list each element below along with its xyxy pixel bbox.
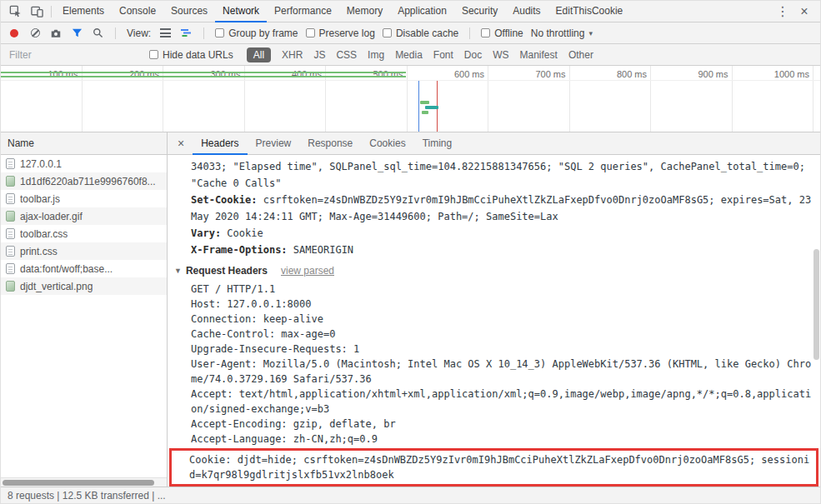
hide-data-urls-label: Hide data URLs xyxy=(163,49,233,61)
divider xyxy=(51,6,52,17)
capture-screenshots-icon[interactable] xyxy=(49,27,63,40)
request-row-toolbar.css[interactable]: toolbar.css xyxy=(1,225,167,242)
response-header-vary: Vary: Cookie xyxy=(191,225,812,242)
request-row-127.0.0.1[interactable]: 127.0.0.1 xyxy=(1,155,167,172)
inspect-element-icon[interactable] xyxy=(4,1,26,22)
search-icon[interactable] xyxy=(91,27,104,40)
stylesheet-file-icon xyxy=(6,228,15,239)
scrollbar-thumb[interactable] xyxy=(3,480,154,486)
type-filter-ws[interactable]: WS xyxy=(493,49,508,61)
header-value: Cookie xyxy=(227,227,263,239)
tab-console[interactable]: Console xyxy=(112,1,163,22)
type-filter-media[interactable]: Media xyxy=(395,49,423,61)
type-filter-other[interactable]: Other xyxy=(568,49,593,61)
font-file-icon xyxy=(6,263,15,274)
close-details-icon[interactable]: × xyxy=(168,137,193,150)
offline-checkbox[interactable]: Offline xyxy=(481,27,523,39)
hide-data-urls-checkbox[interactable]: Hide data URLs xyxy=(149,49,233,61)
device-toolbar-icon[interactable] xyxy=(26,1,48,22)
checkbox-icon xyxy=(215,28,224,37)
disable-cache-checkbox[interactable]: Disable cache xyxy=(383,27,458,39)
request-row-1d1df6220ab711e9996760f8[interactable]: 1d1df6220ab711e9996760f8... xyxy=(1,172,167,190)
record-network-log-button[interactable] xyxy=(8,27,21,40)
script-file-icon xyxy=(6,193,15,204)
divider xyxy=(115,27,116,39)
tab-cookies[interactable]: Cookies xyxy=(361,132,413,155)
clear-network-log-button[interactable] xyxy=(28,27,42,40)
status-bar: 8 requests | 12.5 KB transferred | ... xyxy=(1,487,820,503)
document-file-icon xyxy=(6,158,15,169)
request-row-data-font-woff[interactable]: data:font/woff;base... xyxy=(1,260,167,277)
type-filter-js[interactable]: JS xyxy=(313,49,325,61)
timeline-gridline: 900 ms xyxy=(651,66,733,132)
header-name: X-Frame-Options: xyxy=(191,244,288,256)
tab-network[interactable]: Network xyxy=(215,1,267,22)
preserve-log-checkbox[interactable]: Preserve log xyxy=(306,27,375,39)
tab-memory[interactable]: Memory xyxy=(339,1,390,22)
request-rows: 127.0.0.1 1d1df6220ab711e9996760f8... to… xyxy=(1,155,167,487)
tab-sources[interactable]: Sources xyxy=(163,1,215,22)
tab-timing[interactable]: Timing xyxy=(414,132,461,155)
tab-editthiscookie[interactable]: EditThisCookie xyxy=(548,1,631,22)
tab-response[interactable]: Response xyxy=(299,132,361,155)
timeline-gridline: 700 ms xyxy=(488,66,570,132)
network-main-area: Name 127.0.0.1 1d1df6220ab711e9996760f8.… xyxy=(1,132,820,487)
type-filter-img[interactable]: Img xyxy=(368,49,384,61)
throttling-dropdown[interactable]: No throttling▾ xyxy=(531,27,593,39)
type-filter-font[interactable]: Font xyxy=(433,49,453,61)
tab-security[interactable]: Security xyxy=(454,1,505,22)
vertical-scrollbar[interactable] xyxy=(813,158,819,484)
type-filter-xhr[interactable]: XHR xyxy=(282,49,303,61)
type-filter-doc[interactable]: Doc xyxy=(464,49,482,61)
raw-request-line: Upgrade-Insecure-Requests: 1 xyxy=(191,342,812,357)
clear-icon xyxy=(31,28,40,37)
tab-elements[interactable]: Elements xyxy=(55,1,112,22)
record-icon xyxy=(10,29,18,37)
tab-headers[interactable]: Headers xyxy=(193,132,247,155)
response-header-overflow-text: 34033; "Elapsed time", SQLPanel_sql_time… xyxy=(191,158,812,192)
disclosure-triangle-icon[interactable]: ▼ xyxy=(174,267,182,275)
resource-type-filters: All XHR JS CSS Img Media Font Doc WS Man… xyxy=(247,47,593,62)
disable-cache-label: Disable cache xyxy=(396,27,458,39)
group-by-frame-checkbox[interactable]: Group by frame xyxy=(215,27,298,39)
group-by-frame-label: Group by frame xyxy=(228,27,298,39)
devtools-tabbar: Elements Console Sources Network Perform… xyxy=(1,1,820,22)
request-row-ajax-loader.gif[interactable]: ajax-loader.gif xyxy=(1,207,167,225)
horizontal-scrollbar[interactable] xyxy=(1,477,167,487)
request-row-print.css[interactable]: print.css xyxy=(1,242,167,260)
headers-content: 34033; "Elapsed time", SQLPanel_sql_time… xyxy=(168,155,820,487)
close-devtools-icon[interactable]: × xyxy=(793,1,815,22)
raw-request-line: Accept-Encoding: gzip, deflate, br xyxy=(191,417,812,432)
raw-request-line: Connection: keep-alive xyxy=(191,312,812,327)
tab-preview[interactable]: Preview xyxy=(248,132,300,155)
filter-icon[interactable] xyxy=(70,27,83,40)
header-value: SAMEORIGIN xyxy=(293,244,353,256)
type-filter-all[interactable]: All xyxy=(247,47,271,62)
request-row-djdt_vertical.png[interactable]: djdt_vertical.png xyxy=(1,277,167,295)
timeline-overview[interactable]: 100 ms 200 ms 300 ms 400 ms 500 ms 600 m… xyxy=(1,66,820,132)
overview-request-bar xyxy=(422,111,428,114)
request-headers-section-header: ▼ Request Headers view parsed xyxy=(174,265,812,277)
checkbox-icon xyxy=(149,50,158,59)
request-name: 1d1df6220ab711e9996760f8... xyxy=(20,176,156,187)
request-name: djdt_vertical.png xyxy=(20,281,93,292)
large-request-rows-icon[interactable] xyxy=(158,27,172,40)
more-options-icon[interactable]: ⋮ xyxy=(772,1,793,22)
cookie-header-line: Cookie: djdt=hide; csrftoken=z4sDnWBZDz5… xyxy=(189,452,813,482)
name-column-header[interactable]: Name xyxy=(1,132,167,155)
tab-application[interactable]: Application xyxy=(390,1,454,22)
tab-performance[interactable]: Performance xyxy=(267,1,339,22)
header-name: Vary: xyxy=(191,227,221,239)
raw-request-line: GET / HTTP/1.1 xyxy=(191,282,812,297)
timeline-tick-label: 900 ms xyxy=(651,66,732,79)
view-parsed-link[interactable]: view parsed xyxy=(281,265,334,277)
tab-audits[interactable]: Audits xyxy=(505,1,548,22)
filter-input[interactable] xyxy=(8,48,141,62)
scrollbar-thumb[interactable] xyxy=(813,249,819,360)
request-row-toolbar.js[interactable]: toolbar.js xyxy=(1,190,167,207)
type-filter-css[interactable]: CSS xyxy=(336,49,357,61)
show-overview-icon[interactable] xyxy=(179,27,193,40)
type-filter-manifest[interactable]: Manifest xyxy=(520,49,558,61)
stylesheet-file-icon xyxy=(6,246,15,257)
checkbox-icon xyxy=(383,28,392,37)
